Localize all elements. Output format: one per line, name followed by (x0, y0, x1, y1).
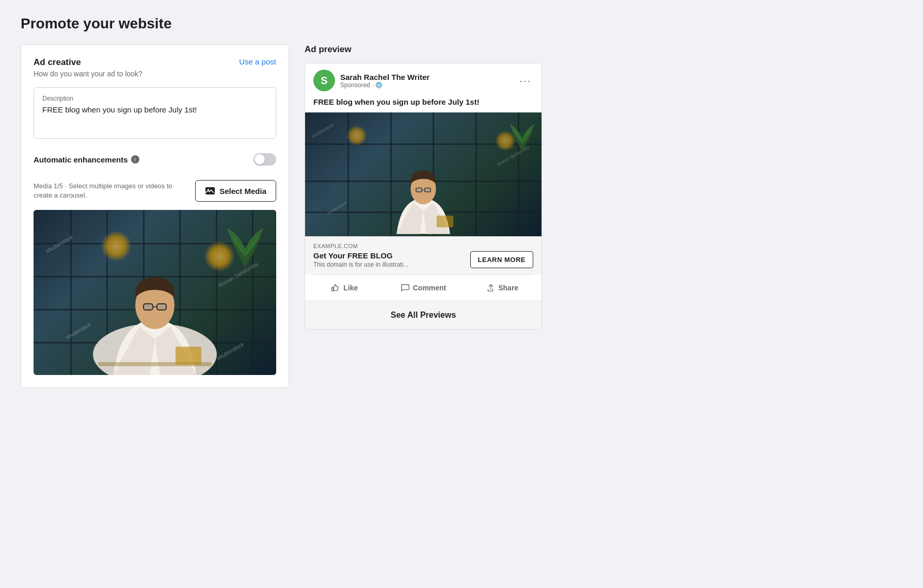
info-icon[interactable]: i (131, 155, 139, 164)
svg-rect-4 (144, 304, 153, 310)
preview-author-info: Sarah Rachel The Writer Sponsored · 🌐 (340, 73, 512, 89)
main-layout: Ad creative Use a post How do you want y… (21, 44, 902, 388)
preview-author-name: Sarah Rachel The Writer (340, 73, 512, 81)
learn-more-button[interactable]: LEARN MORE (470, 251, 533, 268)
globe-icon: 🌐 (376, 82, 382, 88)
description-text: FREE blog when you sign up before July 1… (42, 105, 267, 114)
preview-actions: Like Comment Share (305, 275, 542, 301)
photo-scene: shutterstock Roman Samborskiy shuttersto… (34, 210, 276, 375)
preview-sponsored: Sponsored · 🌐 (340, 81, 512, 89)
avatar: S (313, 70, 335, 91)
like-label: Like (343, 284, 358, 292)
share-button[interactable]: Share (463, 279, 542, 297)
enhancements-label: Automatic enhancements (34, 155, 128, 164)
select-media-button[interactable]: Select Media (195, 180, 276, 202)
preview-card: S Sarah Rachel The Writer Sponsored · 🌐 … (305, 63, 542, 330)
sponsored-label: Sponsored (340, 81, 370, 89)
enhancements-row: Automatic enhancements i (34, 153, 276, 166)
share-icon (486, 283, 495, 292)
image-icon (205, 186, 215, 196)
svg-rect-12 (425, 188, 431, 192)
like-icon (331, 283, 340, 292)
preview-image: shutterstock Roman Samborskiy shuttersto… (305, 112, 542, 236)
media-image-preview: shutterstock Roman Samborskiy shuttersto… (34, 210, 276, 375)
right-panel: Ad preview S Sarah Rachel The Writer Spo… (305, 44, 902, 330)
preview-domain: EXAMPLE.COM (313, 243, 533, 249)
svg-rect-11 (416, 188, 422, 192)
comment-button[interactable]: Comment (384, 279, 463, 297)
left-panel: Ad creative Use a post How do you want y… (21, 44, 289, 388)
section-header: Ad creative Use a post (34, 57, 276, 68)
preview-person-figure (367, 138, 480, 236)
svg-rect-14 (437, 216, 453, 227)
preview-ad-text: FREE blog when you sign up before July 1… (305, 97, 542, 112)
plants-decor (225, 215, 266, 267)
comment-label: Comment (413, 284, 447, 292)
preview-cta-desc: This domain is for use in illustrati... (313, 261, 470, 268)
use-a-post-link[interactable]: Use a post (239, 57, 276, 66)
preview-cta-title: Get Your FREE BLOG (313, 251, 470, 260)
svg-rect-9 (178, 349, 199, 362)
description-label: Description (42, 95, 267, 102)
comment-icon (401, 283, 410, 292)
svg-rect-5 (157, 304, 166, 310)
select-media-label: Select Media (219, 187, 266, 195)
preview-header: S Sarah Rachel The Writer Sponsored · 🌐 … (305, 63, 542, 97)
preview-cta-left: Get Your FREE BLOG This domain is for us… (313, 251, 470, 268)
media-row: Media 1/5 · Select multiple images or vi… (34, 180, 276, 202)
preview-lamp-left (346, 125, 367, 146)
preview-bottom-info: EXAMPLE.COM Get Your FREE BLOG This doma… (305, 236, 542, 274)
ad-creative-title: Ad creative (34, 57, 81, 68)
preview-cta-row: Get Your FREE BLOG This domain is for us… (313, 251, 533, 268)
ad-preview-title: Ad preview (305, 44, 902, 55)
description-box[interactable]: Description FREE blog when you sign up b… (34, 87, 276, 139)
more-options-button[interactable]: ··· (517, 73, 533, 89)
see-all-previews-button[interactable]: See All Previews (305, 301, 542, 329)
enhancements-left: Automatic enhancements i (34, 155, 139, 164)
share-label: Share (498, 284, 518, 292)
like-button[interactable]: Like (305, 279, 384, 297)
person-figure (67, 231, 243, 375)
media-hint: Media 1/5 · Select multiple images or vi… (34, 182, 178, 200)
preview-plants (508, 115, 536, 151)
ad-creative-subtitle: How do you want your ad to look? (34, 70, 276, 78)
enhancements-toggle[interactable] (253, 153, 276, 166)
page-title: Promote your website (21, 15, 902, 32)
